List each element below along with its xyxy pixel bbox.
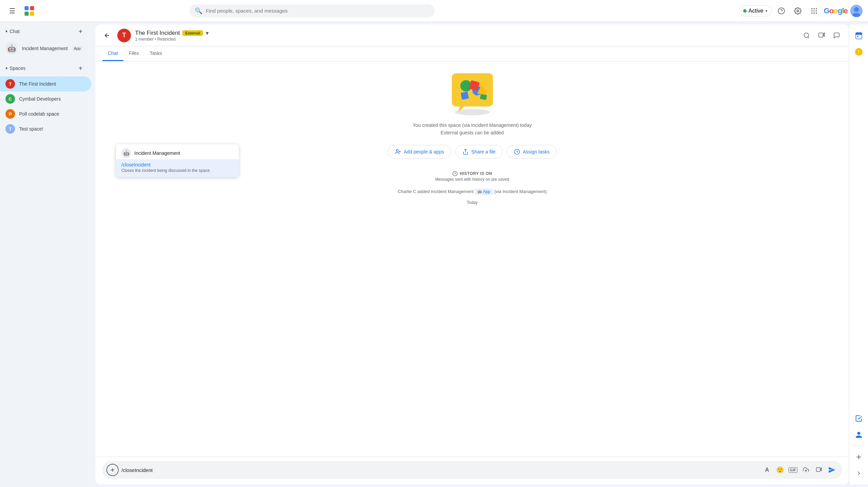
tab-chat[interactable]: Chat bbox=[102, 46, 123, 61]
video-icon bbox=[818, 32, 825, 39]
autocomplete-popup[interactable]: 🤖 Incident Management /closeIncident Clo… bbox=[116, 144, 239, 177]
svg-point-15 bbox=[816, 12, 817, 14]
status-dot bbox=[743, 9, 747, 13]
video-panel-button[interactable] bbox=[815, 29, 828, 42]
add-space-button[interactable]: + bbox=[75, 63, 86, 74]
spaces-collapse-icon: ▾ bbox=[5, 66, 8, 71]
sidebar-chat-section: ▾ Chat + 🤖 Incident Management App bbox=[0, 22, 95, 59]
space-avatar-c: C bbox=[5, 94, 15, 104]
calendar-icon bbox=[855, 31, 863, 40]
add-widget-button[interactable] bbox=[852, 450, 866, 464]
status-label: Active bbox=[749, 8, 764, 14]
notification-button[interactable]: ! bbox=[852, 45, 866, 59]
hamburger-icon[interactable]: ☰ bbox=[5, 4, 19, 18]
tab-tasks[interactable]: Tasks bbox=[144, 46, 167, 61]
message-input-row: A 🙂 GIF bbox=[102, 461, 842, 479]
status-indicator[interactable]: Active ▾ bbox=[739, 5, 772, 16]
add-icon bbox=[855, 453, 863, 461]
notification-icon: ! bbox=[855, 48, 863, 56]
send-button[interactable] bbox=[826, 464, 838, 476]
chevron-right-icon bbox=[855, 470, 862, 477]
chat-header: T The First Incident External ▾ 1 member… bbox=[95, 25, 849, 46]
gif-icon: GIF bbox=[789, 467, 797, 473]
sidebar-item-test-space[interactable]: T Test space! bbox=[0, 121, 91, 136]
chevron-down-icon[interactable]: ▾ bbox=[206, 29, 209, 37]
emoji-button[interactable]: 🙂 bbox=[774, 464, 786, 476]
divider bbox=[853, 446, 864, 446]
svg-point-6 bbox=[797, 10, 799, 12]
svg-point-19 bbox=[804, 33, 809, 37]
help-button[interactable] bbox=[775, 4, 788, 18]
input-actions: A 🙂 GIF bbox=[761, 464, 838, 476]
svg-point-13 bbox=[811, 12, 813, 14]
upload-icon bbox=[803, 467, 809, 473]
video-message-button[interactable] bbox=[813, 464, 825, 476]
sidebar-spaces-header[interactable]: ▾ Spaces + bbox=[0, 60, 91, 76]
action-buttons: Add people & apps Share a file Assign ta… bbox=[388, 145, 557, 159]
svg-point-8 bbox=[813, 8, 815, 9]
add-person-icon bbox=[395, 149, 401, 155]
sidebar-chat-title: ▾ Chat bbox=[5, 29, 20, 34]
contacts-side-button[interactable] bbox=[852, 428, 866, 442]
svg-point-10 bbox=[811, 10, 813, 12]
bot-tag: App bbox=[72, 46, 83, 51]
topbar-left: T The First Incident External ▾ 1 member… bbox=[101, 29, 209, 42]
today-label: Today bbox=[467, 200, 477, 205]
search-chat-button[interactable] bbox=[800, 29, 813, 42]
share-file-icon bbox=[462, 149, 469, 155]
tab-files[interactable]: Files bbox=[123, 46, 145, 61]
sidebar-item-cymbal-developers[interactable]: C Cymbal Developers bbox=[0, 91, 91, 106]
video-message-icon bbox=[816, 467, 822, 473]
autocomplete-command: /closeIncident bbox=[121, 162, 233, 167]
add-people-apps-button[interactable]: Add people & apps bbox=[388, 145, 451, 159]
sidebar-item-label: Poll codelab space bbox=[19, 111, 59, 117]
help-icon bbox=[778, 7, 785, 15]
upload-button[interactable] bbox=[800, 464, 812, 476]
expand-panel-button[interactable] bbox=[852, 467, 866, 480]
assign-tasks-button[interactable]: Assign tasks bbox=[507, 145, 557, 159]
google-logo: Google bbox=[824, 6, 848, 15]
user-avatar[interactable] bbox=[850, 5, 863, 17]
space-info: The First Incident External ▾ 1 member •… bbox=[135, 29, 209, 42]
sidebar-chat-header[interactable]: ▾ Chat + bbox=[0, 23, 91, 40]
format-text-button[interactable]: A bbox=[761, 464, 773, 476]
space-avatar-p: P bbox=[5, 109, 15, 119]
svg-point-7 bbox=[811, 8, 813, 9]
external-badge: External bbox=[182, 30, 203, 36]
plus-icon bbox=[109, 467, 116, 473]
sidebar-item-incident-management[interactable]: 🤖 Incident Management App bbox=[0, 40, 91, 57]
calendar-button[interactable] bbox=[852, 29, 866, 42]
sidebar-item-poll-codelab[interactable]: P Poll codelab space bbox=[0, 106, 91, 121]
sidebar-item-label: The First Incident bbox=[19, 81, 56, 87]
space-name-row: The First Incident External ▾ bbox=[135, 29, 209, 37]
search-input[interactable] bbox=[206, 8, 429, 14]
chat-illustration bbox=[445, 72, 500, 116]
gear-icon bbox=[794, 7, 801, 15]
autocomplete-description: Closes the incident being discussed in t… bbox=[121, 168, 233, 173]
svg-rect-38 bbox=[816, 468, 820, 471]
space-avatar: T bbox=[117, 29, 131, 42]
svg-rect-2 bbox=[25, 12, 29, 16]
assign-tasks-icon bbox=[514, 149, 520, 155]
sidebar-item-the-first-incident[interactable]: T The First Incident bbox=[0, 76, 91, 91]
tasks-side-button[interactable] bbox=[852, 412, 866, 425]
search-icon bbox=[803, 32, 810, 39]
thread-icon bbox=[833, 32, 840, 39]
share-file-button[interactable]: Share a file bbox=[455, 145, 503, 159]
autocomplete-item[interactable]: /closeIncident Closes the incident being… bbox=[116, 159, 239, 177]
thread-panel-button[interactable] bbox=[830, 29, 843, 42]
svg-rect-28 bbox=[480, 94, 487, 100]
apps-button[interactable] bbox=[807, 4, 821, 18]
status-chevron-icon: ▾ bbox=[765, 9, 767, 13]
back-button[interactable] bbox=[101, 29, 113, 42]
space-created-message: You created this space (via Incident Man… bbox=[413, 121, 532, 137]
svg-point-12 bbox=[816, 10, 817, 12]
gif-button[interactable]: GIF bbox=[787, 464, 799, 476]
sidebar-spaces-section: ▾ Spaces + T The First Incident C Cymbal… bbox=[0, 59, 95, 138]
autocomplete-header: 🤖 Incident Management bbox=[116, 144, 239, 159]
add-chat-button[interactable]: + bbox=[75, 26, 86, 37]
message-input[interactable] bbox=[121, 467, 758, 473]
settings-button[interactable] bbox=[791, 4, 805, 18]
space-meta: 1 member • Restricted bbox=[135, 37, 209, 42]
add-attachment-button[interactable] bbox=[106, 464, 119, 476]
